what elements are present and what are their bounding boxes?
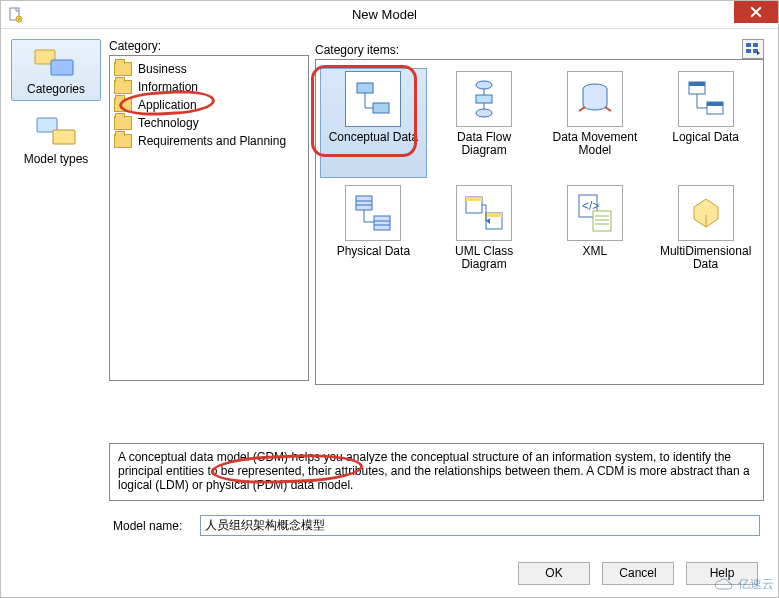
svg-rect-17 bbox=[689, 82, 705, 86]
ok-button[interactable]: OK bbox=[518, 562, 590, 585]
svg-rect-23 bbox=[466, 197, 482, 201]
mode-sidebar: Categories Model types bbox=[11, 39, 101, 587]
item-multidimensional-data[interactable]: MultiDimensional Data bbox=[652, 182, 759, 292]
description-box: A conceptual data model (CDM) helps you … bbox=[109, 443, 764, 501]
item-data-flow-diagram[interactable]: Data Flow Diagram bbox=[431, 68, 538, 178]
svg-point-14 bbox=[476, 109, 492, 117]
folder-icon bbox=[114, 62, 132, 76]
svg-rect-13 bbox=[476, 95, 492, 103]
multidimensional-icon bbox=[678, 185, 734, 241]
sidebar-item-categories[interactable]: Categories bbox=[11, 39, 101, 101]
svg-rect-19 bbox=[707, 102, 723, 106]
folder-icon bbox=[114, 98, 132, 112]
model-types-icon bbox=[33, 114, 79, 150]
svg-rect-8 bbox=[746, 49, 751, 53]
item-uml-class-diagram[interactable]: UML Class Diagram bbox=[431, 182, 538, 292]
item-physical-data[interactable]: Physical Data bbox=[320, 182, 427, 292]
new-document-icon bbox=[5, 5, 25, 25]
physical-data-icon bbox=[345, 185, 401, 241]
conceptual-data-icon bbox=[345, 71, 401, 127]
svg-rect-10 bbox=[357, 83, 373, 93]
help-button[interactable]: Help bbox=[686, 562, 758, 585]
data-flow-icon bbox=[456, 71, 512, 127]
category-item-requirements[interactable]: Requirements and Planning bbox=[112, 132, 306, 150]
category-list[interactable]: Business Information Application Technol… bbox=[109, 55, 309, 381]
window-title: New Model bbox=[31, 7, 778, 22]
folder-icon bbox=[114, 116, 132, 130]
close-icon bbox=[750, 6, 762, 18]
model-name-input[interactable] bbox=[200, 515, 760, 536]
folder-icon bbox=[114, 80, 132, 94]
svg-rect-5 bbox=[53, 130, 75, 144]
item-xml[interactable]: </> XML bbox=[542, 182, 649, 292]
view-mode-button[interactable] bbox=[742, 39, 764, 59]
svg-rect-6 bbox=[746, 43, 751, 47]
categories-icon bbox=[33, 44, 79, 80]
folder-icon bbox=[114, 134, 132, 148]
model-name-label: Model name: bbox=[113, 519, 182, 533]
grid-view-icon bbox=[746, 43, 760, 55]
category-item-application[interactable]: Application bbox=[112, 96, 306, 114]
svg-rect-7 bbox=[753, 43, 758, 47]
titlebar: New Model bbox=[1, 1, 778, 29]
new-model-dialog: New Model Categories Model types bbox=[0, 0, 779, 598]
item-conceptual-data[interactable]: Conceptual Data bbox=[320, 68, 427, 178]
svg-rect-28 bbox=[593, 211, 611, 231]
category-items-grid: Conceptual Data Data Flow Diagram Data M… bbox=[315, 59, 764, 385]
item-logical-data[interactable]: Logical Data bbox=[652, 68, 759, 178]
svg-rect-25 bbox=[486, 213, 502, 217]
category-items-label: Category items: bbox=[315, 43, 399, 57]
data-movement-icon bbox=[567, 71, 623, 127]
svg-point-12 bbox=[476, 81, 492, 89]
svg-rect-21 bbox=[374, 216, 390, 230]
category-label: Category: bbox=[109, 39, 309, 53]
close-button[interactable] bbox=[734, 1, 778, 23]
logical-data-icon bbox=[678, 71, 734, 127]
sidebar-item-model-types[interactable]: Model types bbox=[11, 109, 101, 171]
item-data-movement-model[interactable]: Data Movement Model bbox=[542, 68, 649, 178]
category-item-business[interactable]: Business bbox=[112, 60, 306, 78]
cancel-button[interactable]: Cancel bbox=[602, 562, 674, 585]
category-item-technology[interactable]: Technology bbox=[112, 114, 306, 132]
category-item-information[interactable]: Information bbox=[112, 78, 306, 96]
uml-class-icon bbox=[456, 185, 512, 241]
xml-icon: </> bbox=[567, 185, 623, 241]
svg-rect-20 bbox=[356, 196, 372, 210]
svg-rect-11 bbox=[373, 103, 389, 113]
svg-rect-3 bbox=[51, 60, 73, 75]
